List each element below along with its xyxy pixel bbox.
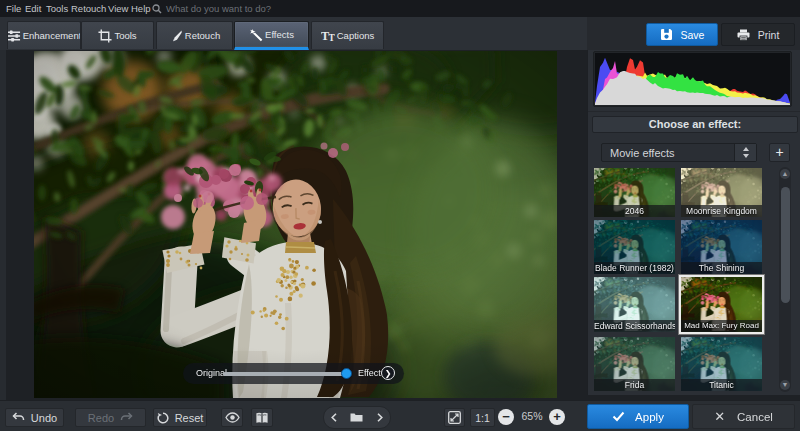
svg-text:T: T	[328, 32, 335, 42]
